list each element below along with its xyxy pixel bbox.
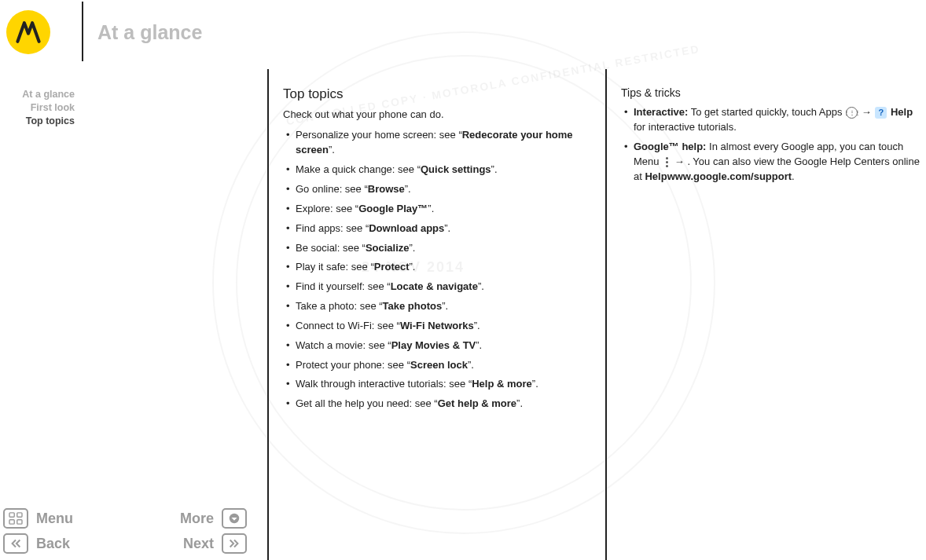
list-item: Watch a movie: see “Play Movies & TV”. [286, 339, 590, 353]
list-item: Play it safe: see “Protect”. [286, 260, 590, 275]
next-arrows-icon [222, 533, 247, 554]
column-divider-right [605, 69, 607, 560]
help-icon: ? [875, 107, 887, 119]
back-label: Back [36, 536, 70, 552]
more-label: More [180, 511, 214, 527]
list-item: Connect to Wi-Fi: see “Wi-Fi Networks”. [286, 319, 590, 334]
topic-link[interactable]: Socialize [366, 242, 410, 254]
topic-link[interactable]: Screen lock [410, 359, 468, 371]
menu-overflow-icon [663, 156, 671, 168]
list-item: Interactive: To get started quickly, tou… [624, 105, 920, 135]
topic-link[interactable]: Google Play™ [358, 203, 428, 214]
topic-link[interactable]: Download apps [369, 222, 444, 234]
list-item: Go online: see “Browse”. [286, 182, 590, 197]
list-item: Find apps: see “Download apps”. [286, 221, 590, 236]
page-title: At a glance [97, 21, 202, 44]
list-item: Protect your phone: see “Screen lock”. [286, 358, 590, 373]
header: At a glance [0, 2, 926, 63]
sidebar-item-at-a-glance[interactable]: At a glance [0, 88, 75, 101]
topic-link[interactable]: Take photos [383, 300, 443, 312]
more-down-icon [222, 508, 247, 529]
tip-lead: Google™ help: [634, 141, 706, 152]
menu-grid-icon [3, 508, 28, 529]
main-heading: Top topics [283, 85, 590, 104]
tips-column: Tips & tricks Interactive: To get starte… [621, 85, 920, 189]
topic-link[interactable]: Quick settings [421, 163, 491, 175]
column-divider-left [267, 69, 269, 560]
topic-link[interactable]: Play Movies & TV [391, 339, 476, 351]
topic-link[interactable]: Browse [368, 183, 405, 195]
sidebar-item-top-topics[interactable]: Top topics [0, 115, 75, 128]
svg-rect-2 [9, 520, 14, 524]
sidebar-item-first-look[interactable]: First look [0, 101, 75, 115]
next-label: Next [183, 536, 214, 552]
more-button[interactable]: More [180, 508, 247, 529]
list-item: Find it yourself: see “Locate & navigate… [286, 280, 590, 295]
topic-link[interactable]: Locate & navigate [391, 280, 478, 292]
header-vertical-rule [82, 2, 83, 61]
motorola-m-icon [15, 19, 42, 46]
topic-link[interactable]: Wi-Fi Networks [400, 320, 474, 331]
main-intro: Check out what your phone can do. [283, 108, 590, 123]
list-item: Personalize your home screen: see “Redec… [286, 128, 590, 158]
bottom-nav: Menu More Back Next [3, 503, 247, 554]
list-item: Make a quick change: see “Quick settings… [286, 163, 590, 178]
main-bullet-list: Personalize your home screen: see “Redec… [283, 128, 590, 412]
topic-link[interactable]: Help & more [472, 378, 532, 390]
tips-heading: Tips & tricks [621, 85, 920, 101]
list-item: Be social: see “Socialize”. [286, 241, 590, 256]
tips-bullet-list: Interactive: To get started quickly, tou… [621, 105, 920, 184]
back-button[interactable]: Back [3, 533, 70, 554]
tip-lead: Interactive: [634, 106, 688, 118]
list-item: Walk through interactive tutorials: see … [286, 377, 590, 392]
main-column: Top topics Check out what your phone can… [283, 85, 590, 416]
svg-rect-1 [17, 513, 22, 517]
svg-rect-3 [17, 520, 22, 524]
list-item: Get all the help you need: see “Get help… [286, 397, 590, 412]
next-button[interactable]: Next [183, 533, 247, 554]
list-item: Take a photo: see “Take photos”. [286, 299, 590, 314]
list-item: Google™ help: In almost every Google app… [624, 140, 920, 185]
topic-link[interactable]: Get help & more [438, 397, 516, 409]
back-arrows-icon [3, 533, 28, 554]
support-link: www.google.com/support [667, 170, 792, 182]
menu-label: Menu [36, 511, 73, 527]
list-item: Explore: see “Google Play™”. [286, 202, 590, 217]
topic-link[interactable]: Protect [374, 261, 410, 273]
motorola-logo [6, 10, 50, 54]
svg-rect-0 [9, 513, 14, 517]
menu-button[interactable]: Menu [3, 508, 73, 529]
sidebar-nav: At a glance First look Top topics [0, 88, 75, 128]
apps-icon: ⋮⋮⋮ [846, 107, 858, 119]
